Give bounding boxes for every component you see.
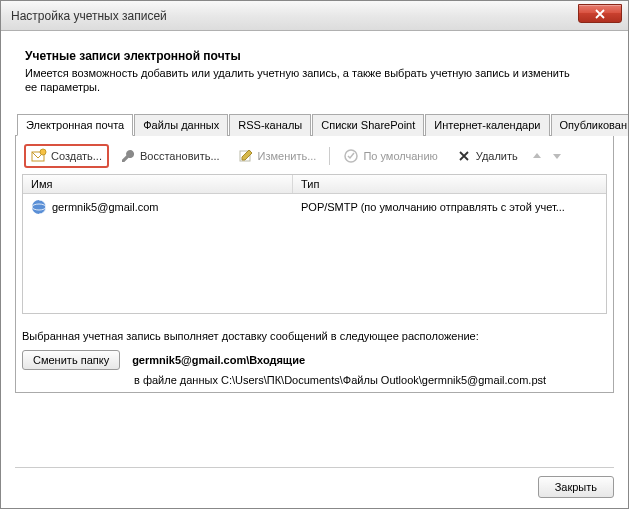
- delivery-intro: Выбранная учетная запись выполняет доста…: [22, 330, 607, 342]
- change-folder-button[interactable]: Сменить папку: [22, 350, 120, 370]
- create-label: Создать...: [51, 150, 102, 162]
- close-button[interactable]: Закрыть: [538, 476, 614, 498]
- create-button[interactable]: Создать...: [24, 144, 109, 168]
- delivery-location: Выбранная учетная запись выполняет доста…: [22, 330, 607, 386]
- delete-label: Удалить: [476, 150, 518, 162]
- delete-button[interactable]: Удалить: [449, 144, 525, 168]
- wrench-icon: [120, 148, 136, 164]
- default-button[interactable]: По умолчанию: [336, 144, 444, 168]
- delete-icon: [456, 148, 472, 164]
- tab-published[interactable]: Опубликован: [551, 114, 630, 136]
- move-up-button[interactable]: [529, 148, 545, 164]
- repair-button[interactable]: Восстановить...: [113, 144, 227, 168]
- tab-rss[interactable]: RSS-каналы: [229, 114, 311, 136]
- column-type[interactable]: Тип: [293, 175, 606, 193]
- check-circle-icon: [343, 148, 359, 164]
- close-icon: [595, 9, 605, 19]
- move-down-button[interactable]: [549, 148, 565, 164]
- list-item[interactable]: germnik5@gmail.com POP/SMTP (по умолчани…: [23, 194, 606, 220]
- mail-new-icon: [31, 148, 47, 164]
- edit-button[interactable]: Изменить...: [231, 144, 324, 168]
- tab-sharepoint[interactable]: Списки SharePoint: [312, 114, 424, 136]
- list-header: Имя Тип: [23, 175, 606, 194]
- header-title: Учетные записи электронной почты: [25, 49, 604, 63]
- delivery-path: в файле данных C:\Users\ПК\Documents\Фай…: [134, 374, 607, 386]
- delivery-folder: germnik5@gmail.com\Входящие: [132, 354, 305, 366]
- account-name: germnik5@gmail.com: [52, 201, 159, 213]
- accounts-list: Имя Тип germnik5@gmail.com POP/SMTP (по …: [22, 174, 607, 314]
- edit-label: Изменить...: [258, 150, 317, 162]
- header-description: Имеется возможность добавить или удалить…: [25, 66, 585, 95]
- tab-email[interactable]: Электронная почта: [17, 114, 133, 136]
- mail-account-icon: [31, 199, 47, 215]
- tab-internet-calendars[interactable]: Интернет-календари: [425, 114, 549, 136]
- repair-label: Восстановить...: [140, 150, 220, 162]
- account-type: POP/SMTP (по умолчанию отправлять с этой…: [293, 198, 606, 216]
- window-title: Настройка учетных записей: [11, 9, 167, 23]
- tab-strip: Электронная почта Файлы данных RSS-канал…: [15, 113, 614, 136]
- svg-point-1: [40, 149, 46, 155]
- dialog-buttons: Закрыть: [15, 467, 614, 498]
- edit-icon: [238, 148, 254, 164]
- header: Учетные записи электронной почты Имеется…: [15, 45, 614, 105]
- toolbar-separator: [329, 147, 330, 165]
- toolbar: Создать... Восстановить... Изменить...: [22, 142, 607, 174]
- window-close-button[interactable]: [578, 4, 622, 23]
- column-name[interactable]: Имя: [23, 175, 293, 193]
- tab-panel: Создать... Восстановить... Изменить...: [15, 136, 614, 393]
- default-label: По умолчанию: [363, 150, 437, 162]
- tab-data-files[interactable]: Файлы данных: [134, 114, 228, 136]
- titlebar: Настройка учетных записей: [1, 1, 628, 31]
